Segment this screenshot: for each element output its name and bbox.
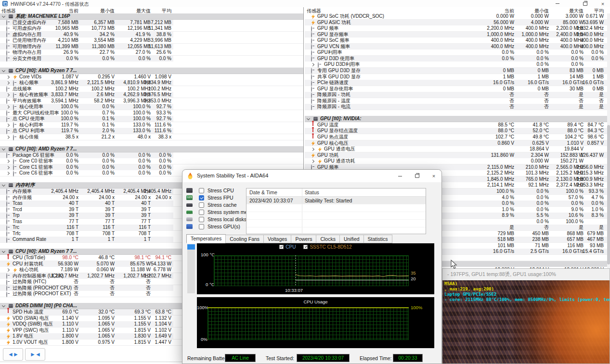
expand-chevron-icon[interactable] [6,166,10,169]
sensor-row[interactable]: PCIe 链路速度16.0 GT/s16.0 GT/s16.0 GT/s16.0… [305,80,610,86]
checkbox[interactable] [199,224,204,229]
collapse-chevron-icon[interactable] [2,147,5,151]
expand-chevron-icon[interactable] [6,124,10,127]
scrollbar-thumb[interactable] [607,125,610,264]
sensor-row[interactable]: 总 CPU 使用率100.0 %0.1 %100.0 %92.7 % [0,116,303,122]
aida-minimize-button[interactable] [393,170,407,182]
log-row[interactable]: 2023/4/20 10:33:07 Stability Test: Start… [247,197,426,204]
tab-voltages[interactable]: Voltages [263,235,291,243]
sensor-row[interactable]: 专用 GPU D3D 显存0 MB0 MB83 MB0 MB [305,68,610,74]
collapse-chevron-icon[interactable] [2,250,5,253]
checkbox[interactable] [199,202,204,208]
sensor-row[interactable]: 共享 GPU D3D 显存1 MB1 MB14 MB1 MB [305,74,610,80]
expand-chevron-icon[interactable] [6,136,10,139]
sensor-row[interactable]: 已提交虚拟内存7,588 MB6,357 MB7,781 MB7,212 MB [0,20,303,26]
expand-chevron-icon[interactable] [6,93,10,97]
tab-clocks[interactable]: Clocks [316,235,340,243]
sensor-row[interactable]: GPU D3D 使用率0.0 %0.0 %0.0 %0.0 % [305,56,610,62]
collapse-columns-button[interactable]: ►◄ [25,348,45,361]
expand-chevron-icon[interactable] [311,160,314,163]
checkbox[interactable] [199,195,204,201]
sensor-row[interactable]: GPU 热点温度102.7 °C49.8 °C104.2 °C98.6 °C [305,134,610,140]
sensor-row[interactable]: Package C6 驻留率0.0 %0.0 %0.0 %0.0 % [0,152,303,159]
tab-cooling-fans[interactable]: Cooling Fans [225,235,264,243]
tab-temperatures[interactable]: Temperatures [186,234,226,243]
tab-statistics[interactable]: Statistics [363,235,392,243]
sensor-row[interactable]: 可用物理内存11,399 MB11,380 MB12,055 MB11,613 … [0,44,303,50]
sensor-row[interactable]: 总 CPU 利用率119.7 %2.0 %133.0 %111.6 % [0,128,303,134]
collapse-chevron-icon[interactable] [2,69,5,72]
section-row[interactable]: 系统: MACHENIKE L16P [0,13,303,20]
sensor-row[interactable]: 降频原因 - 功耗否否是是 [305,92,610,98]
sensor-row[interactable]: 核心有效频率3,833.7 MHz2.6 MHz4,262.9 MHz3,576… [0,92,303,98]
sensor-row[interactable]: 核心利用率119.7 %0.1 %133.0 %111.6 % [0,122,303,128]
sensor-row[interactable]: 已使用物理内存4,210 MB3,554 MB4,229 MB3,996 MB [0,38,303,44]
expand-chevron-icon[interactable] [6,75,10,78]
tab-unified[interactable]: Unified [339,235,364,243]
section-row[interactable]: CPU [#0]: AMD Ryzen 7 7... [0,68,303,74]
expand-chevron-icon[interactable] [6,268,10,272]
expand-chevron-icon[interactable] [6,172,10,175]
collapse-chevron-icon[interactable] [2,183,5,187]
sensor-row[interactable]: 总线频率100.2 MHz100.2 MHz100.2 MHz100.2 MHz [0,86,303,92]
checkbox-icon[interactable] [279,245,284,249]
sensor-row[interactable]: 虚拟内存占用40.9 %34.2 %41.9 %38.8 % [0,32,303,38]
sensor-row[interactable]: 核心倍频38.5 x21.2 x48.0 x38.3 x [0,134,303,140]
sensor-row[interactable]: GPU 显存使用率0 MB0 MB30 MB0 MB [305,86,610,92]
sensor-row[interactable]: GPU 通道功耗0.000 W150.271 W [305,158,610,164]
sensor-row[interactable]: 降频原因 - 电流否否是是 [305,104,610,110]
sensor-row[interactable]: GPU 通道电压18.864 V19.844 V [305,146,610,152]
sensor-row[interactable]: GPU 显存结点温度88.0 °C52.0 °C88.0 °C84.3 °C [305,128,610,134]
aida-close-button[interactable]: × [427,170,441,182]
furmark-titlebar[interactable]: - 197FPS, GPU1 temp:88烫, GPU1 usage:100% [442,269,610,281]
sensor-row[interactable]: Core VIDs1.087 V0.295 V1.460 V1.098 V [0,74,303,80]
sensor-row[interactable]: 平均有效频率3,594.1 MHz58.2 MHz3,996.3 MHz3,35… [0,98,303,104]
sensor-row[interactable]: GPU 功耗131.860 W2.304 W152.883 W126.437 W [305,152,610,159]
sensor-row[interactable]: GPU 温度88.5 °C41.8 °C89.4 °C84.7 °C [305,122,610,128]
section-row[interactable]: CPU [#0]: AMD Ryzen 7 7... [0,146,303,152]
sensor-row[interactable]: GPU 频率2,200.0 MHz400.0 MHz2,200.0 MHz1,8… [305,25,610,32]
expand-chevron-icon[interactable] [6,160,10,163]
sensor-row[interactable]: GPU D3D利用率0.0 %0.0 % [305,62,610,68]
sensor-row[interactable]: 物理内存占用26.9 %22.7 %27.0 %25.6 % [0,50,303,56]
sensor-row[interactable]: 分页文件使用0.0 %0.0 %0.0 %0.0 % [0,56,303,62]
checkbox[interactable] [199,217,204,222]
expand-chevron-icon[interactable] [6,81,10,85]
sensor-row[interactable]: GPU利用率0.0 %0.0 %0.0 %0.0 % [305,50,610,56]
chart-scale-slider[interactable] [187,244,195,293]
collapse-chevron-icon[interactable] [307,117,310,120]
expand-chevron-icon[interactable] [311,148,314,151]
sensor-row[interactable]: 降频原因 - 温度否否否否 [305,98,610,104]
checkbox[interactable] [199,188,204,193]
section-row[interactable]: GPU [#0]: NVIDIA: [305,116,610,122]
legend-ssd[interactable]: SSSTC CL5-8D512 [303,244,351,250]
sensor-row[interactable]: 最大 CPU/线程使用率100.0 %0.7 %100.0 %93.3 % [0,110,303,116]
expand-chevron-icon[interactable] [6,105,10,109]
hwinfo-restore-button[interactable] [578,0,592,7]
expand-columns-button[interactable]: ◄► [3,348,23,361]
hwinfo-minimize-button[interactable] [550,0,565,7]
checkbox[interactable] [199,210,204,215]
collapse-chevron-icon[interactable] [2,14,5,18]
aida-maximize-button[interactable] [410,170,424,182]
checkbox-icon[interactable] [303,245,308,249]
sensor-row[interactable]: 可用虚拟内存10,965 MB10,773 MB12,196 MB11,341 … [0,25,303,32]
sensor-row[interactable]: GPU ASIC 功耗56.000 W4.000 W85.000 W53.695… [305,20,610,26]
sensor-row[interactable]: 核心使用率100.0 %0.0 %100.0 %92.7 % [0,104,303,110]
tab-powers[interactable]: Powers [291,235,316,243]
sensor-row[interactable]: GPU 核心电压0.860 V0.625 V1.010 V0.857 V [305,140,610,147]
expand-chevron-icon[interactable] [311,63,314,66]
legend-cpu[interactable]: CPU [279,244,296,250]
slider-thumb[interactable] [187,244,195,250]
sensor-row[interactable]: 核心频率3,861.9 MHz2,121.5 MHz4,810.9 MHz3,8… [0,80,303,86]
test-log-table[interactable]: Date & Time Status 2023/4/20 10:33:07 St… [246,188,426,234]
sensor-row[interactable]: GPU SoC 频率400.0 MHz400.0 MHz400.0 MHz400… [305,38,610,44]
hwinfo-titlebar[interactable]: HWiNFO64 v7.24-4770 - 传感器状态 × [0,0,610,7]
sensor-row[interactable]: GPU SoC 功耗 (VDDCR_SOC)0.000 W0.000 W3.00… [305,13,610,20]
sensor-row[interactable]: Core C0 驻留率0.0 %0.0 %0.0 %0.0 % [0,158,303,164]
collapse-chevron-icon[interactable] [2,304,5,307]
hwinfo-close-button[interactable]: × [596,0,610,7]
aida-titlebar[interactable]: System Stability Test - AIDA64 × [182,170,441,182]
sensor-row[interactable]: GPU 显存频率1,000.0 MHz1,000.0 MHz2,400.0 MH… [305,32,610,38]
sensor-row[interactable]: GPU VCN 频率400.0 MHz400.0 MHz400.0 MHz400… [305,44,610,50]
